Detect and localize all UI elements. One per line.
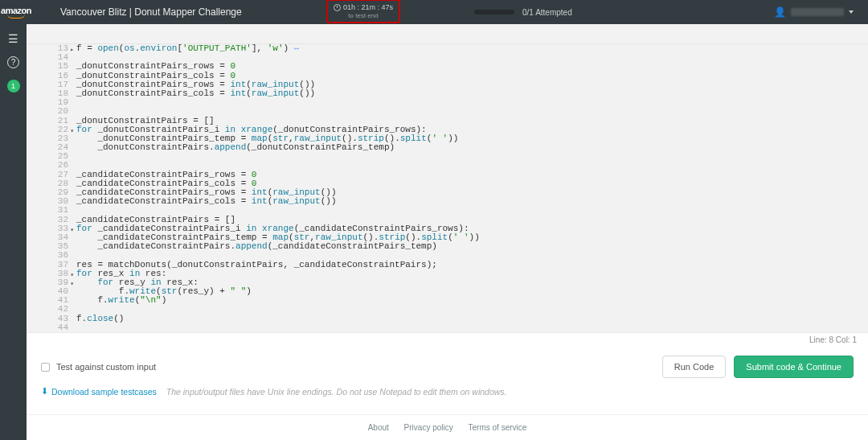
question-badge[interactable]: 1 — [7, 80, 20, 93]
clock-icon — [334, 4, 341, 11]
line-number: 15 — [27, 62, 73, 71]
help-icon[interactable]: ? — [7, 56, 19, 68]
code-text[interactable]: f.write("\n") — [73, 296, 166, 305]
attempt-status: 0/1 Attempted — [474, 0, 572, 24]
code-line[interactable]: 13▸f = open(os.environ['OUTPUT_PATH'], '… — [27, 44, 868, 53]
hint-row: ⬇ Download sample testcases The input/ou… — [27, 383, 868, 414]
code-text[interactable] — [73, 251, 76, 260]
code-line[interactable]: 36 — [27, 251, 868, 260]
code-text[interactable]: _donutConstraintPairs.append(_donutConst… — [73, 143, 395, 152]
code-text[interactable] — [73, 305, 76, 314]
line-number: 31 — [27, 206, 73, 215]
run-code-button[interactable]: Run Code — [662, 356, 727, 378]
code-line[interactable]: 31 — [27, 206, 868, 215]
code-line[interactable]: 19 — [27, 98, 868, 107]
line-number: 21 — [27, 117, 73, 125]
code-text[interactable] — [73, 152, 76, 161]
page-title: Vancouver Blitz | Donut Mapper Challenge — [60, 6, 242, 18]
code-line[interactable]: 43f.close() — [27, 315, 868, 323]
code-line[interactable]: 25 — [27, 152, 868, 161]
username-redacted — [791, 8, 844, 16]
code-text[interactable] — [73, 206, 76, 215]
timer-caption: to test end — [348, 12, 378, 19]
progress-bar — [474, 10, 514, 14]
code-line[interactable]: 41 f.write("\n") — [27, 296, 868, 305]
code-text[interactable]: _donutConstraintPairs_cols = int(raw_inp… — [73, 89, 315, 98]
hint-text: The input/output files have Unix line en… — [166, 387, 507, 397]
editor-status-bar: Line: 8 Col: 1 — [27, 332, 868, 344]
code-line[interactable]: 26 — [27, 161, 868, 170]
code-text[interactable]: res = matchDonuts(_donutConstraintPairs,… — [73, 261, 437, 269]
line-number: 42 — [27, 305, 73, 314]
code-text[interactable] — [73, 323, 76, 332]
footer: About Privacy policy Terms of service — [27, 414, 868, 440]
code-text[interactable]: _candidateConstraintPairs_cols = int(raw… — [73, 197, 337, 206]
footer-privacy[interactable]: Privacy policy — [404, 423, 453, 432]
code-text[interactable] — [73, 98, 76, 107]
code-line[interactable]: 42 — [27, 305, 868, 314]
code-text[interactable]: f = open(os.environ['OUTPUT_PATH'], 'w')… — [73, 44, 299, 53]
top-bar: amazon Vancouver Blitz | Donut Mapper Ch… — [0, 0, 868, 24]
code-text[interactable]: _donutConstraintPairs_rows = 0 — [73, 62, 235, 71]
custom-input-toggle[interactable]: Test against custom input — [41, 362, 156, 372]
code-text[interactable] — [73, 107, 76, 116]
line-number: 37 — [27, 261, 73, 269]
main-panel: 13▸f = open(os.environ['OUTPUT_PATH'], '… — [27, 24, 868, 440]
code-line[interactable]: 20 — [27, 107, 868, 116]
code-line[interactable]: 24 _donutConstraintPairs.append(_donutCo… — [27, 143, 868, 152]
line-number: 20 — [27, 107, 73, 116]
timer-remaining: 01h : 21m : 47s — [343, 3, 393, 11]
code-line[interactable]: 21_donutConstraintPairs = [] — [27, 117, 868, 125]
download-icon: ⬇ — [41, 386, 48, 397]
code-line[interactable]: 35 _candidateConstraintPairs.append(_can… — [27, 242, 868, 251]
code-text[interactable]: _donutConstraintPairs = [] — [73, 117, 215, 125]
code-editor[interactable]: 13▸f = open(os.environ['OUTPUT_PATH'], '… — [27, 44, 868, 332]
code-line[interactable]: 37res = matchDonuts(_donutConstraintPair… — [27, 261, 868, 269]
code-line[interactable]: 44 — [27, 323, 868, 332]
chevron-down-icon — [849, 10, 854, 14]
user-menu[interactable]: 👤 — [774, 0, 854, 24]
line-number: 44 — [27, 323, 73, 332]
custom-input-label: Test against custom input — [56, 362, 156, 372]
cursor-position: Line: 8 Col: 1 — [809, 335, 857, 344]
controls-row: Test against custom input Run Code Submi… — [27, 344, 868, 383]
code-text[interactable]: f.close() — [73, 315, 124, 323]
timer-box: 01h : 21m : 47s to test end — [326, 0, 400, 23]
code-text[interactable] — [73, 161, 76, 170]
user-icon: 👤 — [774, 6, 786, 18]
line-number: 36 — [27, 251, 73, 260]
editor-toolbar — [27, 24, 868, 44]
download-testcases-link[interactable]: ⬇ Download sample testcases — [41, 386, 157, 397]
footer-about[interactable]: About — [368, 423, 389, 432]
code-line[interactable]: 18_donutConstraintPairs_cols = int(raw_i… — [27, 89, 868, 98]
code-text[interactable]: _candidateConstraintPairs.append(_candid… — [73, 242, 437, 251]
download-label: Download sample testcases — [51, 387, 157, 397]
left-rail: ☰ ? 1 — [0, 24, 27, 440]
line-number: 26 — [27, 161, 73, 170]
brand-swoosh-icon — [7, 14, 25, 19]
attempt-label: 0/1 Attempted — [522, 8, 572, 17]
list-icon[interactable]: ☰ — [8, 32, 18, 45]
brand-logo[interactable]: amazon — [0, 0, 32, 24]
code-line[interactable]: 15_donutConstraintPairs_rows = 0 — [27, 62, 868, 71]
footer-terms[interactable]: Terms of service — [469, 423, 527, 432]
wrap-indicator-icon: ↔ — [294, 44, 299, 53]
checkbox-icon[interactable] — [41, 363, 50, 372]
code-line[interactable]: 30_candidateConstraintPairs_cols = int(r… — [27, 197, 868, 206]
submit-button[interactable]: Submit code & Continue — [734, 356, 854, 378]
